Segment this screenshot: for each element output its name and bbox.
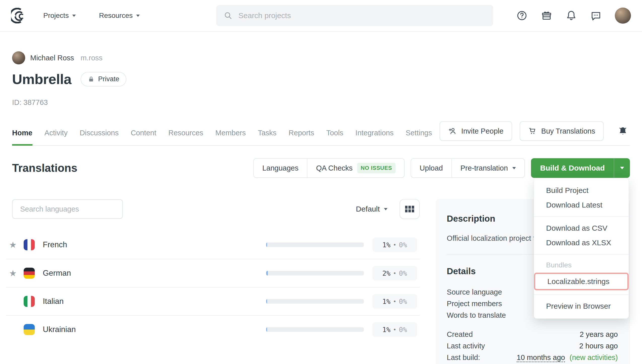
language-row-french[interactable]: ★ French 1% • 0% xyxy=(6,231,420,259)
tab-content[interactable]: Content xyxy=(131,129,156,146)
qa-status-badge: NO ISSUES xyxy=(357,163,396,173)
tab-resources[interactable]: Resources xyxy=(168,129,203,146)
translated-percent: 1% xyxy=(382,326,390,334)
owner-username: m.ross xyxy=(81,54,102,62)
detail-row-created: Created 2 years ago xyxy=(447,329,618,340)
tab-home[interactable]: Home xyxy=(12,129,32,146)
help-icon[interactable] xyxy=(516,10,528,21)
project-owner: Michael Ross m.ross xyxy=(12,51,630,64)
language-name[interactable]: Italian xyxy=(43,297,64,306)
chevron-down-icon xyxy=(72,15,76,17)
owner-name[interactable]: Michael Ross xyxy=(30,54,74,62)
approved-percent: 0% xyxy=(399,269,407,277)
notifications-bell-icon[interactable] xyxy=(565,10,577,21)
nav-resources-label: Resources xyxy=(99,12,133,20)
page-title: Umbrella xyxy=(12,71,72,87)
language-name[interactable]: French xyxy=(43,240,67,249)
tab-settings[interactable]: Settings xyxy=(406,129,432,146)
upload-button[interactable]: Upload xyxy=(411,159,451,177)
italian-flag-icon xyxy=(24,296,35,307)
tab-reports[interactable]: Reports xyxy=(289,129,314,146)
search-projects-input[interactable] xyxy=(238,11,486,20)
progress-stats-badge: 1% • 0% xyxy=(372,237,417,252)
approved-percent: 0% xyxy=(399,298,407,305)
menu-item-preview-in-browser[interactable]: Preview in Browser xyxy=(534,299,629,313)
pretranslation-button[interactable]: Pre-translation xyxy=(451,159,525,177)
qa-checks-button[interactable]: QA Checks NO ISSUES xyxy=(307,159,404,177)
translations-toolbar: Languages QA Checks NO ISSUES Upload Pre… xyxy=(253,158,630,178)
app-logo-icon[interactable] xyxy=(11,8,27,23)
menu-item-download-csv[interactable]: Download as CSV xyxy=(534,221,629,235)
language-row-ukrainian[interactable]: Ukrainian 1% • 0% xyxy=(6,315,420,343)
buy-translations-button[interactable]: Buy Translations xyxy=(520,121,604,141)
dot-separator: • xyxy=(393,242,396,248)
cart-icon xyxy=(528,127,537,135)
language-name[interactable]: Ukrainian xyxy=(43,325,76,334)
tab-activity[interactable]: Activity xyxy=(45,129,68,146)
search-icon xyxy=(223,11,233,20)
languages-label: Languages xyxy=(262,164,299,172)
build-and-download-split-button[interactable]: Build & Download xyxy=(531,158,630,178)
tab-tools[interactable]: Tools xyxy=(326,129,343,146)
progress-stats-badge: 2% • 0% xyxy=(372,266,417,280)
chevron-down-icon xyxy=(620,167,624,169)
project-id: ID: 387763 xyxy=(12,98,630,107)
detail-label: Created xyxy=(447,330,473,339)
progress-stats-badge: 1% • 0% xyxy=(372,294,417,309)
user-avatar[interactable] xyxy=(615,8,631,24)
global-search[interactable] xyxy=(216,5,493,26)
language-row-italian[interactable]: Italian 1% • 0% xyxy=(6,287,420,315)
gift-icon[interactable] xyxy=(541,10,552,21)
nav-resources-menu[interactable]: Resources xyxy=(99,12,140,20)
progress-bar xyxy=(266,327,364,332)
grid-view-button[interactable] xyxy=(400,199,420,219)
tab-discussions[interactable]: Discussions xyxy=(80,129,119,146)
dot-separator: • xyxy=(393,327,396,333)
favorite-star-icon[interactable]: ★ xyxy=(9,268,17,278)
highlight-annotation: Localizable.strings xyxy=(534,273,629,290)
favorite-star-icon[interactable]: ★ xyxy=(9,240,17,250)
tab-members[interactable]: Members xyxy=(215,129,246,146)
add-person-icon xyxy=(448,127,457,135)
menu-item-build-project[interactable]: Build Project xyxy=(534,183,629,198)
lock-icon xyxy=(88,76,95,83)
divider xyxy=(534,254,629,255)
menu-item-download-latest[interactable]: Download Latest xyxy=(534,198,629,212)
translations-heading: Translations xyxy=(12,162,77,174)
menu-item-localizable-strings[interactable]: Localizable.strings xyxy=(535,274,627,289)
qa-checks-label: QA Checks xyxy=(316,164,352,172)
search-languages-input[interactable] xyxy=(12,199,123,219)
owner-avatar[interactable] xyxy=(12,51,25,64)
nav-projects-menu[interactable]: Projects xyxy=(43,12,76,20)
chevron-down-icon xyxy=(136,15,140,17)
invite-people-button[interactable]: Invite People xyxy=(440,121,512,141)
detail-label: Last build: xyxy=(447,353,480,362)
view-selector-label: Default xyxy=(356,205,380,213)
french-flag-icon xyxy=(24,239,35,250)
ukrainian-flag-icon xyxy=(24,324,35,335)
messages-icon[interactable] xyxy=(590,10,602,21)
language-list: ★ French 1% • 0% ★ German xyxy=(6,231,420,343)
detail-label: Project members xyxy=(447,300,502,308)
build-dropdown-toggle[interactable] xyxy=(614,158,630,178)
detail-row-last-activity: Last activity 2 hours ago xyxy=(447,340,618,352)
languages-panel: Default ★ French xyxy=(12,199,420,343)
language-name[interactable]: German xyxy=(43,269,71,278)
last-build-link[interactable]: 10 months ago xyxy=(517,353,565,362)
menu-item-download-xlsx[interactable]: Download as XLSX xyxy=(534,235,629,250)
new-activities-link[interactable]: (new activities) xyxy=(569,353,618,361)
tab-integrations[interactable]: Integrations xyxy=(355,129,394,146)
watch-project-bell-icon[interactable] xyxy=(617,126,628,137)
tab-tasks[interactable]: Tasks xyxy=(258,129,276,146)
build-and-download-button[interactable]: Build & Download xyxy=(531,158,614,178)
nav-projects-label: Projects xyxy=(43,12,69,20)
german-flag-icon xyxy=(24,268,35,279)
invite-people-label: Invite People xyxy=(461,127,504,135)
language-row-german[interactable]: ★ German 2% • 0% xyxy=(6,259,420,287)
view-selector-dropdown[interactable]: Default xyxy=(356,205,387,213)
dot-separator: • xyxy=(393,298,396,305)
chevron-down-icon xyxy=(384,208,387,210)
progress-bar xyxy=(266,299,364,304)
translated-percent: 1% xyxy=(382,241,390,249)
languages-button[interactable]: Languages xyxy=(254,159,307,177)
